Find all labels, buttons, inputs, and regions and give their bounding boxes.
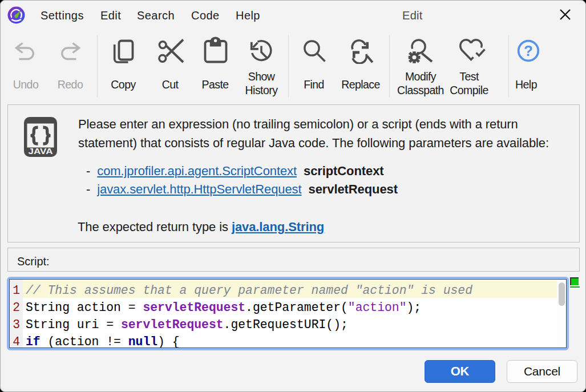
svg-text:?: ? [524,42,533,59]
svg-text:JAVA: JAVA [29,147,53,156]
